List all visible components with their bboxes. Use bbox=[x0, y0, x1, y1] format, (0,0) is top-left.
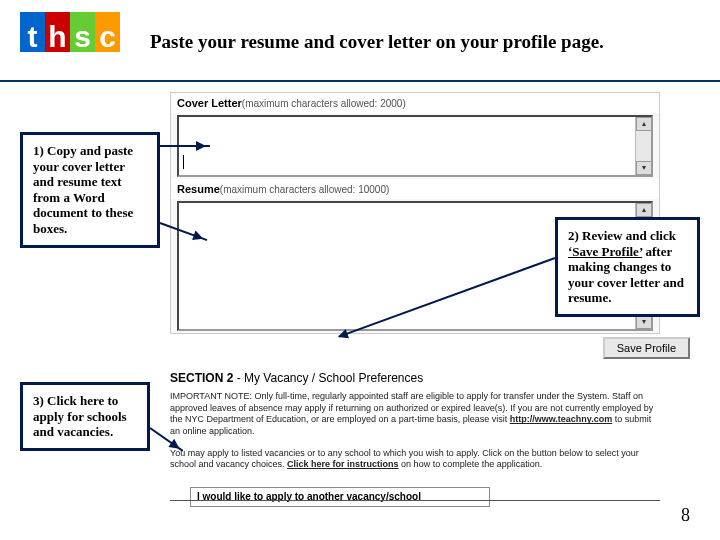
slide-title: Paste your resume and cover letter on yo… bbox=[150, 31, 604, 53]
callout-step-3: 3) Click here to apply for schools and v… bbox=[20, 382, 150, 451]
scroll-down-icon[interactable]: ▾ bbox=[636, 161, 652, 175]
scroll-down-icon[interactable]: ▾ bbox=[636, 315, 652, 329]
section-2-heading: SECTION 2 - My Vacancy / School Preferen… bbox=[170, 367, 660, 389]
scroll-up-icon[interactable]: ▴ bbox=[636, 117, 652, 131]
scrollbar[interactable]: ▴ ▾ bbox=[635, 117, 651, 175]
teachny-link[interactable]: http://www.teachny.com bbox=[510, 414, 613, 424]
slide-body: Cover Letter(maximum characters allowed:… bbox=[0, 82, 720, 522]
apply-vacancy-dropdown[interactable]: I would like to apply to another vacancy… bbox=[190, 487, 490, 507]
apply-instructions-text: You may apply to listed vacancies or to … bbox=[170, 446, 660, 473]
page-number: 8 bbox=[681, 505, 690, 526]
save-profile-button[interactable]: Save Profile bbox=[603, 337, 690, 359]
important-note-text: IMPORTANT NOTE: Only full-time, regularl… bbox=[170, 389, 660, 440]
callout-step-1: 1) Copy and paste your cover letter and … bbox=[20, 132, 160, 248]
slide-header: thsc Paste your resume and cover letter … bbox=[0, 0, 720, 82]
scroll-up-icon[interactable]: ▴ bbox=[636, 203, 652, 217]
cover-letter-textarea[interactable]: ▴ ▾ bbox=[177, 115, 653, 177]
arrow-icon bbox=[160, 145, 210, 147]
resume-label: Resume(maximum characters allowed: 10000… bbox=[171, 179, 659, 199]
divider bbox=[170, 500, 660, 501]
thsc-logo: thsc bbox=[20, 12, 120, 72]
instructions-link[interactable]: Click here for instructions bbox=[287, 459, 399, 469]
cover-letter-label: Cover Letter(maximum characters allowed:… bbox=[171, 93, 659, 113]
callout-step-2: 2) Review and click ‘Save Profile’ after… bbox=[555, 217, 700, 317]
section-2-preferences: SECTION 2 - My Vacancy / School Preferen… bbox=[170, 367, 660, 507]
